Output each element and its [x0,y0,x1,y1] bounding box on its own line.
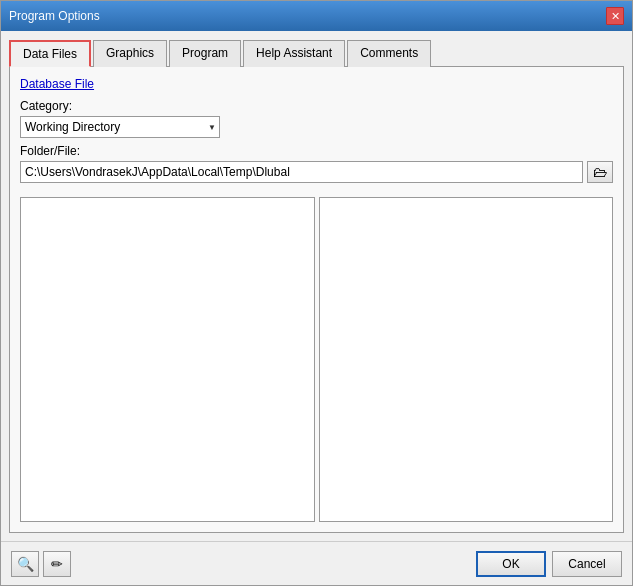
title-bar: Program Options ✕ [1,1,632,31]
browse-icon: 🗁 [593,164,607,180]
tab-inner: Database File Category: Working Director… [20,77,613,522]
bottom-left-buttons: 🔍 ✏ [11,551,71,577]
category-label: Category: [20,99,613,113]
category-dropdown-wrapper: Working Directory [20,116,220,138]
panels-area [20,197,613,522]
category-dropdown[interactable]: Working Directory [20,116,220,138]
tab-program[interactable]: Program [169,40,241,67]
browse-button[interactable]: 🗁 [587,161,613,183]
folder-path-input[interactable] [20,161,583,183]
ok-button[interactable]: OK [476,551,546,577]
window-title: Program Options [9,9,100,23]
tab-help-assistant[interactable]: Help Assistant [243,40,345,67]
tab-comments[interactable]: Comments [347,40,431,67]
left-panel [20,197,315,522]
edit-button[interactable]: ✏ [43,551,71,577]
category-dropdown-row: Working Directory [20,116,613,138]
bottom-right-buttons: OK Cancel [476,551,622,577]
program-options-window: Program Options ✕ Data Files Graphics Pr… [0,0,633,586]
edit-icon: ✏ [51,556,63,572]
cancel-button[interactable]: Cancel [552,551,622,577]
section-header-database: Database File [20,77,613,91]
folder-file-label: Folder/File: [20,144,613,158]
folder-row: Folder/File: 🗁 [20,144,613,183]
tab-data-files[interactable]: Data Files [9,40,91,67]
category-row: Category: Working Directory [20,99,613,138]
bottom-bar: 🔍 ✏ OK Cancel [1,541,632,585]
folder-input-row: 🗁 [20,161,613,183]
tab-content-data-files: Database File Category: Working Director… [9,67,624,533]
tab-graphics[interactable]: Graphics [93,40,167,67]
main-content: Data Files Graphics Program Help Assista… [1,31,632,541]
right-panel [319,197,614,522]
search-icon: 🔍 [17,556,34,572]
search-button[interactable]: 🔍 [11,551,39,577]
close-button[interactable]: ✕ [606,7,624,25]
tab-bar: Data Files Graphics Program Help Assista… [9,39,624,67]
